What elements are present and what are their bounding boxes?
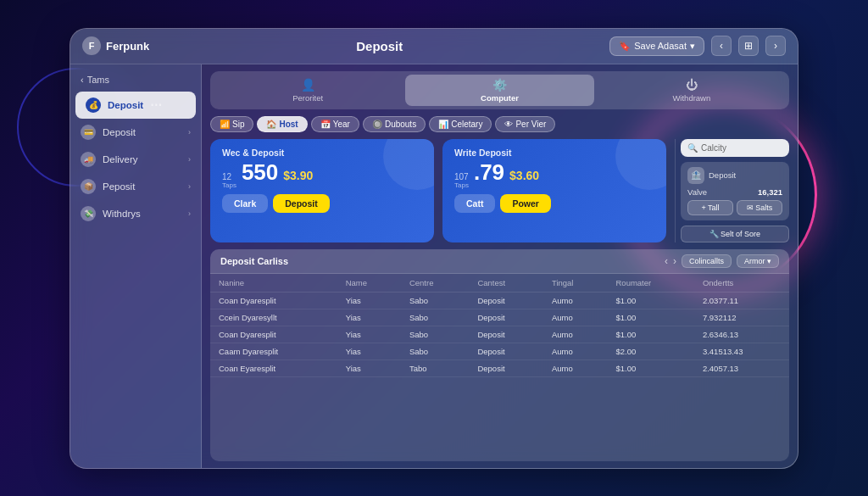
table-row[interactable]: Coan EyaresplitYiasTaboDepositAumo$1.002… [210,359,789,376]
table-header-bar: Deposit Carliss ‹ › Colincallts Armor ▾ [210,249,789,274]
tab-withdrawn[interactable]: ⏻ Withdrawn [598,75,786,106]
add-tall-button[interactable]: + Tall [687,200,733,215]
selt-of-sore-button[interactable]: 🔧 Selt of Sore [681,226,789,242]
deposit-mini-icon: 🏦 [687,167,704,184]
filter-dubouts[interactable]: 🔘 Dubouts [363,116,426,132]
table-cell: Yias [337,292,401,309]
sidebar-item-deposit-active[interactable]: 💰 Deposit ⋯ [75,92,196,119]
filter-celetary[interactable]: 📊 Celetary [429,116,492,132]
card2-big-num: .79 [474,161,504,183]
table-cell: Tabo [401,359,470,376]
table-cell: Aumo [543,292,608,309]
col-name: Name [337,274,401,293]
table-cell: Sabo [401,326,470,343]
sidebar-back[interactable]: ‹ Tams [70,71,201,88]
colincallts-button[interactable]: Colincallts [682,254,732,268]
table-row[interactable]: Coan DyaresplitYiasSaboDepositAumo$1.002… [210,326,789,343]
table-cell: Yias [337,326,401,343]
table-cell: Yias [337,359,401,376]
table-cell: $1.00 [607,309,693,326]
filter-year[interactable]: 📅 Year [311,116,359,132]
tab-navigation: 👤 Peroritet ⚙️ Computer ⏻ Withdrawn [210,71,789,109]
table-row[interactable]: Coan DyaresplitYiasSaboDepositAumo$1.002… [210,292,789,309]
card1-price: $3.90 [283,169,313,182]
calcity-search[interactable]: 🔍 Calcity [681,139,789,157]
tab-label: Computer [481,93,519,103]
tab-power-icon: ⏻ [686,78,698,92]
table-cell: Yias [337,343,401,359]
table-cell: $1.00 [607,326,693,343]
table-cell: Coan Dyaresplit [210,326,337,343]
nav-right-button[interactable]: › [765,36,786,56]
table-cell: Deposit [469,309,543,326]
nav-left-button[interactable]: ‹ [711,36,732,56]
card2-buttons: Catt Power [454,194,654,213]
filter-host[interactable]: 🏠 Host [257,116,307,132]
deposit-table: Nanine Name Centre Cantest Tingal Roumat… [210,274,789,377]
card1-stats: 12 Taps 550 $3.90 [222,161,422,189]
table-cell: Sabo [401,292,470,309]
tab-computer[interactable]: ⚙️ Computer [405,75,593,106]
card-wec-deposit: Wec & Deposit 12 Taps 550 $3.90 Clark De… [210,139,434,242]
table-cell: Yias [337,309,401,326]
card1-small-label: Taps [222,181,236,189]
tab-label: Peroritet [292,93,323,103]
table-cell: Deposit [469,359,543,376]
table-row[interactable]: Ccein DyaresylltYiasSaboDepositAumo$1.00… [210,309,789,326]
item-options[interactable]: ⋯ [150,98,162,112]
card2-btn2[interactable]: Power [500,194,551,213]
card2-btn1[interactable]: Catt [454,194,495,213]
chevron-icon: › [188,209,191,218]
logo-icon: F [82,36,101,55]
search-placeholder: Calcity [701,143,726,153]
sidebar-item-withdrys[interactable]: 💸 Withdrys › [70,200,201,227]
card1-btn1[interactable]: Clark [222,194,268,213]
card2-small-num: 107 [454,172,469,181]
save-button[interactable]: 🔖 Save Adasat ▾ [609,36,704,56]
table-cell: 2.0377.11 [694,292,789,309]
table-cell: $1.00 [607,292,693,309]
sidebar-item-delivery[interactable]: 🚚 Delivery › [70,146,201,173]
withdrys-icon: 💸 [81,206,96,221]
sidebar-item-label: Deposit [103,127,136,137]
table-row[interactable]: Caam DyaresplitYiasSaboDepositAumo$2.003… [210,343,789,359]
table-cell: Aumo [543,343,608,359]
table-cell: Coan Eyaresplit [210,359,337,376]
chevron-icon: › [188,128,191,137]
sidebar-item-label: Peposit [103,181,135,192]
table-cell: 2.4057.13 [694,359,789,376]
table-cell: Caam Dyaresplit [210,343,337,359]
tab-person-icon: 👤 [301,78,315,92]
sidebar-item-peposit[interactable]: 📦 Peposit › [70,173,201,200]
sidebar-item-deposit2[interactable]: 💳 Deposit › [70,119,201,146]
sidebar-item-label: Withdrys [103,209,141,219]
card1-title: Wec & Deposit [222,148,422,158]
peposit-icon: 📦 [81,179,96,194]
info-deposit-label: Deposit [709,170,736,180]
right-info-deposit: 🏦 Deposit [687,167,782,184]
table-cell: 2.6346.13 [694,326,789,343]
tab-peroritet[interactable]: 👤 Peroritet [214,75,402,106]
nav-arrow-left[interactable]: ‹ [665,255,668,267]
filter-sip[interactable]: 📶 Sip [210,116,253,132]
card1-btn2[interactable]: Deposit [273,194,330,213]
table-cell: Aumo [543,359,608,376]
card2-small-label: Taps [454,181,469,189]
table-cell: Aumo [543,326,608,343]
col-tingal: Tingal [543,274,608,293]
app-logo: F Ferpunk [82,36,149,55]
logo-text: Ferpunk [106,40,149,53]
grid-icon-button[interactable]: ⊞ [738,36,759,56]
page-title: Deposit [158,39,601,53]
table-cell: Coan Dyaresplit [210,292,337,309]
salts-button[interactable]: ✉ Salts [737,200,782,215]
header-actions: 🔖 Save Adasat ▾ ‹ ⊞ › [609,36,786,56]
armor-button[interactable]: Armor ▾ [737,254,779,268]
table-cell: Deposit [469,292,543,309]
chevron-icon: › [188,182,191,191]
table-title: Deposit Carliss [220,256,288,266]
nav-arrow-right[interactable]: › [673,255,676,267]
table-controls: ‹ › Colincallts Armor ▾ [665,254,779,268]
filter-pervier[interactable]: 👁 Per Vier [495,116,555,132]
col-ondertts: Ondertts [694,274,789,293]
